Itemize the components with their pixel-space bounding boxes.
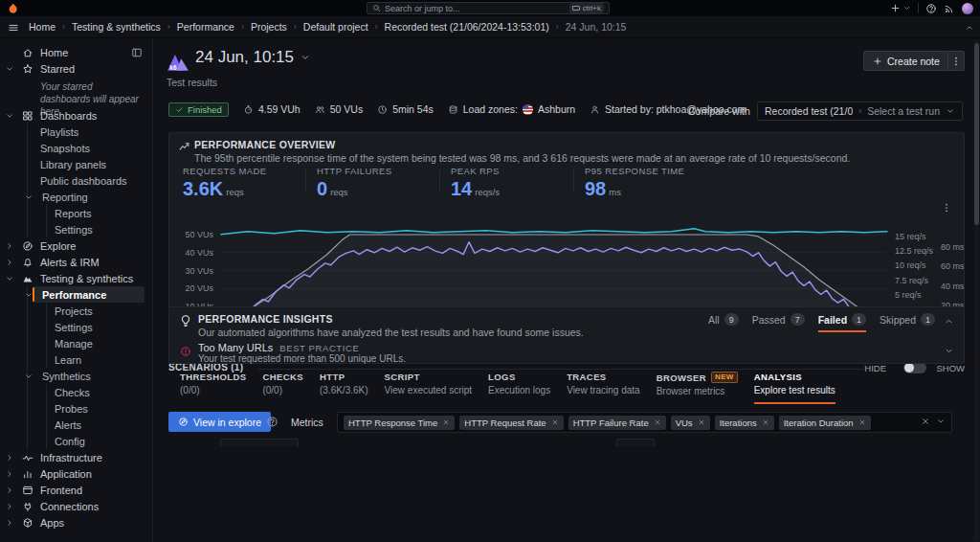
chevron-down-icon bbox=[946, 106, 955, 116]
tab-subtitle: (3.6K/3.6K) bbox=[320, 385, 368, 395]
tree-guide bbox=[46, 384, 47, 400]
chart-menu-kebab-icon[interactable] bbox=[941, 202, 952, 214]
tree-guide bbox=[46, 221, 47, 237]
sidebar-item-probes[interactable]: Probes bbox=[0, 400, 152, 417]
sidebar-item-starred[interactable]: Starred bbox=[0, 60, 152, 77]
sidebar-item-label: Frontend bbox=[40, 485, 82, 496]
sidebar-item-library-panels[interactable]: Library panels bbox=[0, 156, 152, 172]
grafana-logo-icon[interactable] bbox=[7, 2, 19, 14]
compass-icon bbox=[178, 417, 189, 427]
sidebar-item-checks[interactable]: Checks bbox=[0, 384, 152, 400]
create-note-button[interactable]: Create note bbox=[863, 51, 949, 71]
insights-tab-passed[interactable]: Passed7 bbox=[752, 313, 805, 332]
sidebar-item-public-dashboards[interactable]: Public dashboards bbox=[0, 172, 152, 189]
remove-chip-icon bbox=[762, 418, 769, 426]
tree-guide bbox=[27, 124, 28, 140]
chevron-down-icon[interactable] bbox=[300, 52, 311, 63]
insights-tab-skipped[interactable]: Skipped1 bbox=[880, 313, 935, 332]
insights-tab-all[interactable]: All9 bbox=[708, 313, 739, 332]
news-icon[interactable] bbox=[944, 3, 955, 14]
sidebar-item-alerts[interactable]: Alerts bbox=[0, 417, 152, 433]
new-menu-button[interactable] bbox=[890, 3, 911, 13]
chevron-right-icon bbox=[5, 241, 14, 251]
insights-tab-failed[interactable]: Failed1 bbox=[818, 313, 866, 332]
tab-thresholds[interactable]: THRESHOLDS(0/0) bbox=[180, 372, 246, 404]
chevron-down-icon[interactable] bbox=[936, 417, 946, 426]
sidebar-item-playlists[interactable]: Playlists bbox=[0, 124, 152, 140]
chip-label: HTTP Request Rate bbox=[464, 418, 546, 428]
tab-subtitle: Browser metrics bbox=[657, 386, 738, 396]
breadcrumb-item[interactable]: Recorded test (21/06/2024-13:53:01) bbox=[385, 21, 549, 33]
sidebar-item-settings[interactable]: Settings bbox=[0, 221, 152, 237]
user-avatar[interactable] bbox=[962, 3, 973, 14]
sidebar-item-dashboards[interactable]: Dashboards bbox=[0, 107, 152, 124]
breadcrumb: Home›Testing & synthetics›Performance›Pr… bbox=[29, 21, 626, 33]
sidebar-item-projects[interactable]: Projects bbox=[0, 303, 152, 319]
browser-icon bbox=[22, 485, 33, 496]
tab-checks[interactable]: CHECKS(0/0) bbox=[262, 372, 303, 404]
metric-chip-http-request-rate[interactable]: HTTP Request Rate bbox=[459, 416, 563, 430]
tab-traces[interactable]: TRACESView tracing data bbox=[567, 372, 640, 404]
collapse-insights-chevron-up-icon[interactable] bbox=[944, 316, 954, 327]
help-icon[interactable] bbox=[925, 3, 937, 14]
tab-http[interactable]: HTTP(3.6K/3.6K) bbox=[320, 372, 368, 404]
stat-divider bbox=[305, 169, 306, 192]
sidebar-item-learn[interactable]: Learn bbox=[0, 351, 152, 368]
sidebar-item-reporting[interactable]: Reporting bbox=[0, 189, 152, 205]
compare-test-run-select[interactable]: Recorded test (21/06/2024-13:... › Selec… bbox=[757, 102, 963, 121]
users-icon bbox=[315, 104, 325, 115]
metric-chip-vus[interactable]: VUs bbox=[671, 416, 710, 430]
metric-chip-http-failure-rate[interactable]: HTTP Failure Rate bbox=[568, 416, 666, 430]
tab-script[interactable]: SCRIPTView executed script bbox=[385, 372, 473, 404]
sidebar-item-manage[interactable]: Manage bbox=[0, 335, 152, 351]
sidebar-item-snapshots[interactable]: Snapshots bbox=[0, 140, 152, 156]
mega-menu-toggle[interactable] bbox=[8, 22, 19, 34]
expand-issue-chevron-down-icon[interactable] bbox=[944, 346, 954, 356]
breadcrumb-item[interactable]: Home bbox=[29, 21, 56, 33]
test-run-title[interactable]: 24 Jun, 10:15 bbox=[195, 48, 311, 67]
sidebar-item-config[interactable]: Config bbox=[0, 433, 152, 449]
breadcrumb-item[interactable]: Testing & synthetics bbox=[72, 21, 161, 33]
tab-logs[interactable]: LOGSExecution logs bbox=[488, 372, 550, 404]
metrics-multiselect[interactable]: HTTP Response TimeHTTP Request RateHTTP … bbox=[337, 412, 952, 433]
insights-filter-tabs: All9Passed7Failed1Skipped1 bbox=[708, 313, 935, 332]
view-in-explore-button[interactable]: View in explore bbox=[168, 412, 271, 432]
sidebar-item-alerts-irm[interactable]: Alerts & IRM bbox=[0, 254, 152, 270]
sidebar-item-explore[interactable]: Explore bbox=[0, 237, 152, 254]
sidebar-item-synthetics[interactable]: Synthetics bbox=[0, 368, 152, 384]
metric-chip-http-response-time[interactable]: HTTP Response Time bbox=[344, 416, 455, 430]
exclamation-circle-icon bbox=[180, 346, 191, 357]
breadcrumb-item[interactable]: Performance bbox=[177, 21, 234, 33]
scrollbar-thumb[interactable] bbox=[974, 43, 979, 225]
sidebar-item-reports[interactable]: Reports bbox=[0, 205, 152, 221]
clear-selection-icon[interactable] bbox=[921, 417, 930, 426]
sidebar-item-label: Playlists bbox=[40, 126, 78, 138]
sidebar-item-testing-synthetics[interactable]: Testing & synthetics bbox=[0, 270, 152, 286]
sidebar-item-application[interactable]: Application bbox=[0, 465, 152, 482]
metrics-help-icon[interactable] bbox=[266, 416, 278, 428]
sidebar-item-frontend[interactable]: Frontend bbox=[0, 482, 152, 498]
sidebar-item-home[interactable]: Home bbox=[0, 44, 152, 60]
metric-chip-iterations[interactable]: Iterations bbox=[715, 416, 774, 430]
sidebar-item-connections[interactable]: Connections bbox=[0, 498, 152, 514]
collapse-header-chevron-up-icon[interactable] bbox=[965, 23, 974, 33]
page-scrollbar[interactable] bbox=[974, 39, 979, 542]
metric-chip-iteration-duration[interactable]: Iteration Duration bbox=[779, 416, 871, 430]
sidebar-item-label: Reporting bbox=[42, 192, 88, 203]
sidebar-item-apps[interactable]: Apps bbox=[0, 514, 152, 531]
breadcrumb-separator: › bbox=[241, 22, 244, 32]
plug-icon bbox=[22, 501, 33, 512]
more-options-button[interactable] bbox=[947, 51, 965, 71]
sidebar-item-performance[interactable]: Performance bbox=[0, 286, 152, 303]
tab-analysis[interactable]: ANALYSISExplore test results bbox=[754, 372, 835, 404]
result-tabs: THRESHOLDS(0/0)CHECKS(0/0)HTTP(3.6K/3.6K… bbox=[180, 372, 835, 404]
tab-title: BROWSERNEW bbox=[657, 372, 738, 383]
tab-browser[interactable]: BROWSERNEWBrowser metrics bbox=[657, 372, 738, 404]
help-icon bbox=[925, 3, 937, 14]
search-input[interactable]: Search or jump to... ctrl+k bbox=[367, 2, 610, 14]
breadcrumb-item[interactable]: Default project bbox=[303, 21, 368, 33]
stat-label: HTTP FAILURES bbox=[317, 166, 391, 176]
sidebar-item-settings[interactable]: Settings bbox=[0, 319, 152, 335]
breadcrumb-item[interactable]: Projects bbox=[251, 21, 287, 33]
sidebar-item-infrastructure[interactable]: Infrastructure bbox=[0, 449, 152, 465]
